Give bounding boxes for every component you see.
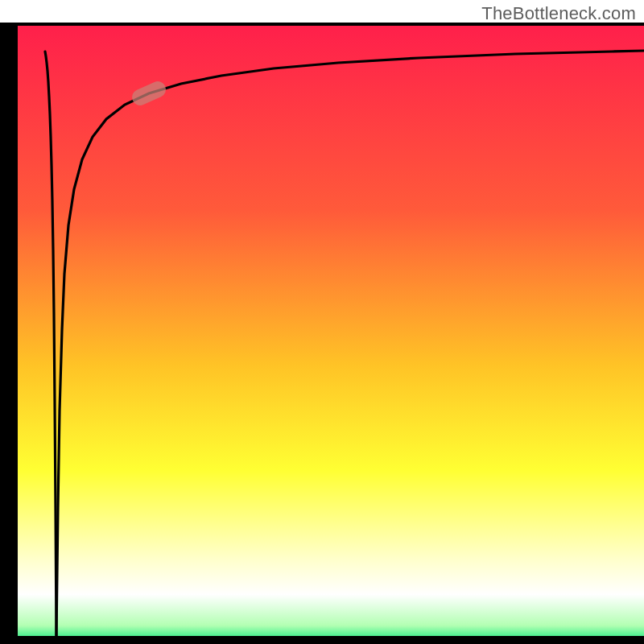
frame-left (0, 24, 18, 644)
frame-bottom (0, 636, 644, 644)
chart-stage: TheBottleneck.com (0, 0, 644, 644)
watermark-text: TheBottleneck.com (481, 3, 636, 24)
bottleneck-chart (0, 0, 644, 644)
